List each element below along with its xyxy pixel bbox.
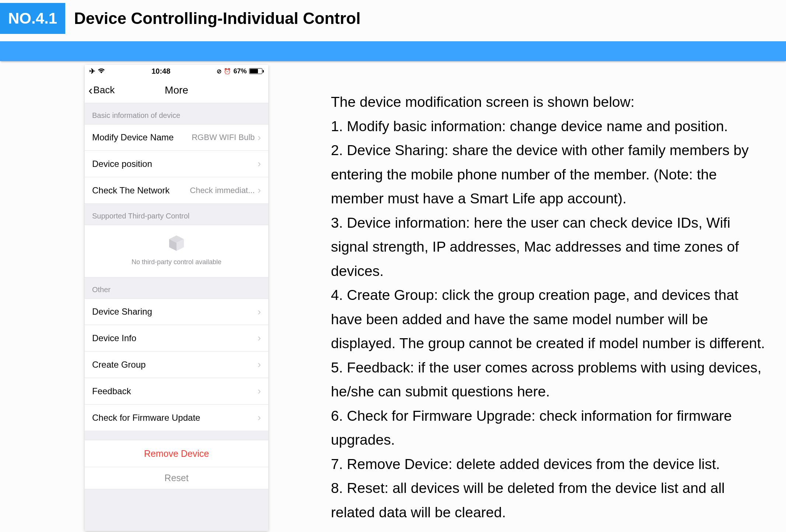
- row-label: Device position: [92, 159, 152, 169]
- row-label: Device Info: [92, 333, 136, 343]
- row-value: RGBW WIFI Bulb: [192, 133, 255, 142]
- remove-device-button[interactable]: Remove Device: [85, 440, 268, 467]
- body-item-5: 5. Feedback: if the user comes across pr…: [331, 356, 771, 404]
- header-separator-bar: [0, 41, 786, 61]
- body-item-2: 2. Device Sharing: share the device with…: [331, 138, 771, 211]
- wifi-icon: [98, 67, 105, 76]
- body-item-3: 3. Device information: here the user can…: [331, 211, 771, 283]
- chevron-right-icon: ›: [258, 306, 261, 318]
- body-intro: The device modification screen is shown …: [331, 90, 771, 114]
- status-right: ⊘ ⏰ 67%: [217, 67, 264, 75]
- row-label: Create Group: [92, 360, 146, 370]
- chevron-right-icon: ›: [258, 185, 261, 196]
- battery-percent: 67%: [233, 67, 247, 75]
- content-area: ✈ 10:48 ⊘ ⏰ 67% ‹ Back More: [0, 61, 786, 531]
- row-create-group[interactable]: Create Group ›: [85, 351, 268, 378]
- row-firmware-update[interactable]: Check for Firmware Update ›: [85, 405, 268, 431]
- airplane-icon: ✈: [89, 67, 95, 76]
- row-label: Device Sharing: [92, 307, 152, 317]
- back-button[interactable]: ‹ Back: [88, 83, 115, 97]
- status-time: 10:48: [151, 67, 170, 76]
- no-third-party-text: No third-party control available: [132, 258, 221, 266]
- body-item-7: 7. Remove Device: delete added devices f…: [331, 452, 771, 476]
- nav-title: More: [165, 84, 188, 96]
- third-party-control-box: No third-party control available: [85, 225, 268, 277]
- alarm-icon: ⏰: [224, 68, 231, 75]
- body-text: The device modification screen is shown …: [331, 65, 786, 531]
- chevron-right-icon: ›: [258, 385, 261, 397]
- reset-button[interactable]: Reset: [85, 467, 268, 489]
- nav-bar: ‹ Back More: [85, 77, 268, 103]
- row-check-network[interactable]: Check The Network Check immediat... ›: [85, 177, 268, 204]
- status-left: ✈: [89, 67, 105, 76]
- section-other-header: Other: [85, 277, 268, 298]
- page-title: Device Controlling-Individual Control: [74, 9, 360, 28]
- battery-icon: [249, 68, 264, 74]
- row-label: Modify Device Name: [92, 132, 174, 143]
- orientation-lock-icon: ⊘: [217, 68, 221, 75]
- chevron-right-icon: ›: [258, 359, 261, 370]
- chevron-right-icon: ›: [258, 158, 261, 169]
- row-device-info[interactable]: Device Info ›: [85, 325, 268, 351]
- chevron-right-icon: ›: [258, 132, 261, 143]
- spacer: [85, 431, 268, 440]
- section-badge: NO.4.1: [0, 3, 65, 34]
- body-item-4: 4. Create Group: click the group creatio…: [331, 283, 771, 356]
- row-label: Feedback: [92, 386, 131, 396]
- phone-screenshot: ✈ 10:48 ⊘ ⏰ 67% ‹ Back More: [85, 65, 268, 531]
- body-item-6: 6. Check for Firmware Upgrade: check inf…: [331, 404, 771, 452]
- row-value: Check immediat...: [190, 186, 255, 195]
- chevron-left-icon: ‹: [88, 83, 92, 97]
- status-bar: ✈ 10:48 ⊘ ⏰ 67%: [85, 65, 268, 77]
- section-third-party-header: Supported Third-party Control: [85, 204, 268, 225]
- row-device-sharing[interactable]: Device Sharing ›: [85, 298, 268, 325]
- body-item-8: 8. Reset: all devices will be deleted fr…: [331, 476, 771, 524]
- cube-icon: [167, 234, 186, 252]
- row-modify-device-name[interactable]: Modify Device Name RGBW WIFI Bulb ›: [85, 124, 268, 151]
- row-label: Check for Firmware Update: [92, 413, 200, 423]
- row-feedback[interactable]: Feedback ›: [85, 378, 268, 405]
- section-basic-header: Basic information of device: [85, 103, 268, 124]
- chevron-right-icon: ›: [258, 332, 261, 344]
- row-label: Check The Network: [92, 185, 170, 196]
- body-item-1: 1. Modify basic information: change devi…: [331, 114, 771, 139]
- row-device-position[interactable]: Device position ›: [85, 151, 268, 177]
- chevron-right-icon: ›: [258, 412, 261, 423]
- header: NO.4.1 Device Controlling-Individual Con…: [0, 0, 786, 37]
- back-label: Back: [93, 84, 115, 96]
